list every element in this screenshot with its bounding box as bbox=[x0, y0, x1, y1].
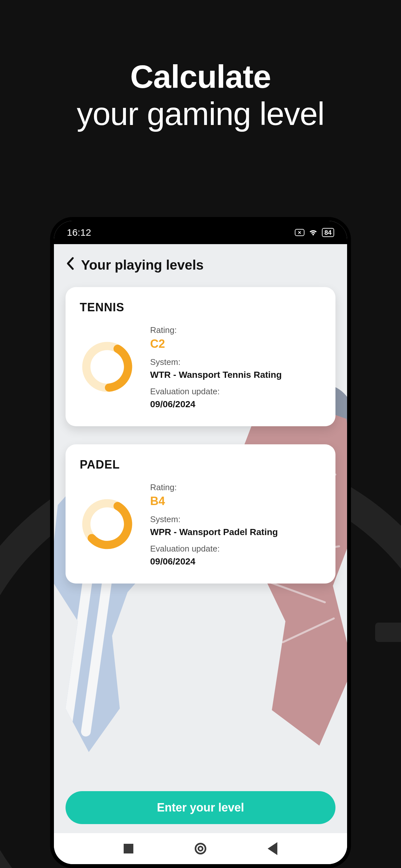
rating-card-padel[interactable]: PADEL Rating: B4 Syste bbox=[66, 444, 335, 584]
heading-line-1: Calculate bbox=[0, 58, 401, 95]
status-bar: 16:12 ✕ 84 bbox=[54, 221, 347, 244]
android-nav-bar bbox=[54, 833, 347, 864]
system-label: System: bbox=[150, 515, 321, 524]
phone-screen: 16:12 ✕ 84 Your playing levels bbox=[54, 221, 347, 864]
scroll-area[interactable]: TENNIS Rating: C2 Syst bbox=[54, 281, 347, 833]
recent-apps-button[interactable] bbox=[121, 841, 135, 856]
system-value: WTR - Wansport Tennis Rating bbox=[150, 370, 321, 380]
enter-level-button[interactable]: Enter your level bbox=[66, 791, 335, 824]
rating-value: C2 bbox=[150, 337, 321, 351]
card-sport-label: TENNIS bbox=[80, 301, 321, 314]
cards-list: TENNIS Rating: C2 Syst bbox=[66, 287, 335, 584]
heading-line-2: your gaming level bbox=[0, 95, 401, 132]
status-time: 16:12 bbox=[67, 227, 91, 238]
rating-ring-icon bbox=[80, 339, 135, 396]
back-button[interactable] bbox=[266, 841, 280, 856]
rating-label: Rating: bbox=[150, 325, 321, 335]
status-icons: ✕ 84 bbox=[295, 227, 334, 238]
home-button[interactable] bbox=[193, 841, 208, 856]
update-value: 09/06/2024 bbox=[150, 556, 321, 567]
rating-label: Rating: bbox=[150, 483, 321, 492]
update-label: Evaluation update: bbox=[150, 544, 321, 554]
system-value: WPR - Wansport Padel Rating bbox=[150, 527, 321, 537]
update-label: Evaluation update: bbox=[150, 386, 321, 397]
system-label: System: bbox=[150, 357, 321, 367]
page-title: Your playing levels bbox=[81, 257, 204, 273]
battery-icon: 84 bbox=[322, 228, 334, 237]
rating-ring-icon bbox=[80, 497, 135, 553]
rating-value: B4 bbox=[150, 494, 321, 508]
background-shape bbox=[375, 623, 401, 642]
update-value: 09/06/2024 bbox=[150, 399, 321, 409]
sim-off-icon: ✕ bbox=[295, 229, 305, 236]
phone-frame: 16:12 ✕ 84 Your playing levels bbox=[50, 217, 351, 868]
app-content: Your playing levels TENNIS bbox=[54, 244, 347, 833]
wifi-icon bbox=[309, 227, 317, 238]
back-icon[interactable] bbox=[66, 257, 74, 273]
marketing-heading: Calculate your gaming level bbox=[0, 58, 401, 132]
card-sport-label: PADEL bbox=[80, 458, 321, 471]
app-bar: Your playing levels bbox=[54, 244, 347, 281]
rating-card-tennis[interactable]: TENNIS Rating: C2 Syst bbox=[66, 287, 335, 426]
